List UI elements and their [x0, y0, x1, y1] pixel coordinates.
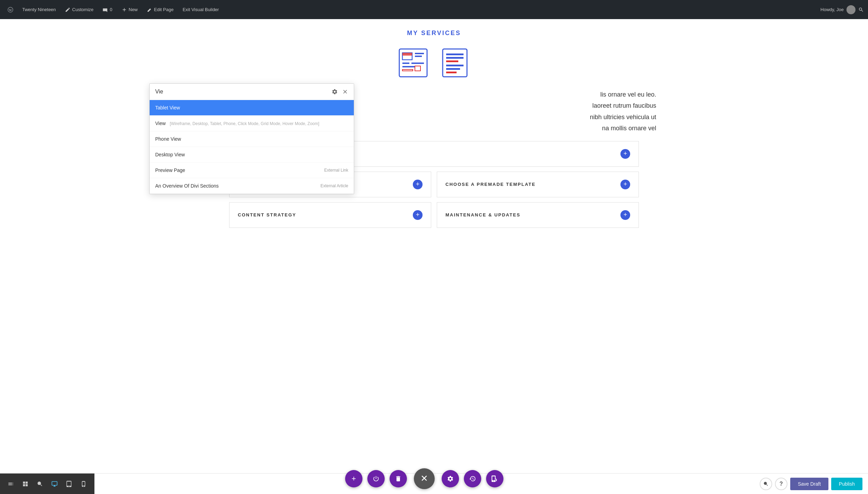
- dropdown-item-tablet-view[interactable]: Tablet View: [150, 100, 354, 116]
- comments-link[interactable]: 0: [99, 5, 116, 15]
- responsive-btn[interactable]: [486, 470, 503, 487]
- dropdown-item-label: An Overview Of Divi Sections: [155, 183, 219, 189]
- add-content-btn[interactable]: +: [345, 470, 362, 487]
- dropdown-item-view[interactable]: View [Wireframe, Desktop, Tablet, Phone,…: [150, 116, 354, 131]
- dropdown-header: Vie: [150, 84, 354, 100]
- accordion-plus-content[interactable]: +: [413, 210, 423, 220]
- section-title: MY SERVICES: [0, 19, 868, 40]
- exit-vb-link[interactable]: Exit Visual Builder: [179, 5, 223, 14]
- search-icon[interactable]: [858, 7, 864, 13]
- accordion-plus-icon[interactable]: +: [620, 149, 630, 159]
- new-link[interactable]: New: [118, 5, 141, 15]
- svg-rect-9: [402, 66, 415, 67]
- svg-rect-10: [402, 69, 413, 71]
- admin-bar: W Twenty Nineteen Customize 0 New Edit P…: [0, 0, 868, 19]
- svg-rect-7: [402, 63, 409, 64]
- close-main-btn[interactable]: ✕: [414, 468, 435, 489]
- toolbar-left: [0, 474, 94, 494]
- accordion-premade[interactable]: CHOOSE A PREMADE TEMPLATE +: [437, 172, 639, 197]
- svg-rect-13: [446, 53, 464, 55]
- admin-bar-right: Howdy, Joe: [820, 5, 864, 14]
- body-text-right: lis ornare vel eu leo. laoreet rutrum fa…: [434, 89, 656, 134]
- power-btn[interactable]: [367, 470, 385, 487]
- dropdown-header-icons: [332, 89, 348, 95]
- bottom-toolbar: + LEARN MORE » ✕ LEA: [0, 473, 868, 494]
- svg-text:W: W: [9, 8, 12, 12]
- dropdown-item-label: Desktop View: [155, 152, 185, 157]
- modules-icon-btn[interactable]: [4, 477, 17, 491]
- dropdown-item-label: View [Wireframe, Desktop, Tablet, Phone,…: [155, 121, 319, 126]
- dropdown-item-right-overview: External Article: [320, 183, 348, 188]
- svg-rect-15: [446, 60, 458, 62]
- svg-rect-11: [415, 66, 420, 71]
- svg-rect-8: [411, 63, 424, 64]
- dropdown-item-overview[interactable]: An Overview Of Divi Sections External Ar…: [150, 178, 354, 194]
- history-btn[interactable]: [464, 470, 481, 487]
- tablet-view-icon-btn[interactable]: [62, 477, 76, 491]
- dropdown-item-preview-page[interactable]: Preview Page External Link: [150, 163, 354, 178]
- avatar[interactable]: [846, 5, 856, 14]
- accordion-plus-maintenance[interactable]: +: [620, 210, 630, 220]
- dropdown-item-right-preview: External Link: [324, 168, 348, 173]
- document-icon-2: [439, 47, 470, 79]
- customize-link[interactable]: Customize: [61, 5, 97, 15]
- site-name-link[interactable]: Twenty Nineteen: [19, 5, 59, 14]
- toolbar-right: ? Save Draft Publish: [754, 478, 868, 490]
- settings-btn[interactable]: [442, 470, 459, 487]
- dropdown-item-phone-view[interactable]: Phone View: [150, 131, 354, 147]
- toolbar-search-icon[interactable]: [760, 478, 772, 490]
- accordion-maintenance[interactable]: MAINTENANCE & UPDATES +: [437, 202, 639, 228]
- page-content: MY SERVICES N: [0, 19, 868, 494]
- dropdown-item-label: Phone View: [155, 136, 181, 142]
- document-icon-1: [398, 47, 429, 79]
- dropdown-item-label: Preview Page: [155, 167, 185, 173]
- view-dropdown: Vie Tablet View View [Wireframe, Desktop…: [149, 83, 354, 194]
- search-icon-btn[interactable]: [33, 477, 47, 491]
- svg-rect-14: [446, 57, 464, 59]
- delete-btn[interactable]: [390, 470, 407, 487]
- wp-logo-btn[interactable]: W: [4, 5, 17, 15]
- dropdown-title: Vie: [155, 89, 163, 95]
- toolbar-help-icon[interactable]: ?: [775, 478, 787, 490]
- settings-icon[interactable]: [332, 89, 338, 95]
- dropdown-item-label: Tablet View: [155, 105, 180, 110]
- toolbar-center: + LEARN MORE » ✕ LEA: [94, 468, 754, 494]
- icons-row: [0, 40, 868, 89]
- phone-view-icon-btn[interactable]: [77, 477, 90, 491]
- dropdown-items: Tablet View View [Wireframe, Desktop, Ta…: [150, 100, 354, 194]
- svg-rect-6: [415, 56, 422, 57]
- svg-rect-5: [415, 53, 424, 54]
- edit-page-link[interactable]: Edit Page: [143, 5, 177, 15]
- svg-rect-18: [446, 72, 457, 73]
- svg-rect-4: [402, 53, 412, 56]
- accordion-plus-premade[interactable]: +: [620, 180, 630, 189]
- close-icon[interactable]: [342, 89, 348, 95]
- publish-button[interactable]: Publish: [831, 478, 862, 490]
- dropdown-item-desktop-view[interactable]: Desktop View: [150, 147, 354, 163]
- accordion-plus-branding[interactable]: +: [413, 180, 423, 189]
- svg-rect-17: [446, 68, 460, 70]
- desktop-view-icon-btn[interactable]: [48, 477, 61, 491]
- accordion-content[interactable]: CONTENT STRATEGY +: [229, 202, 431, 228]
- svg-rect-16: [446, 65, 464, 66]
- sections-icon-btn[interactable]: [19, 477, 32, 491]
- save-draft-button[interactable]: Save Draft: [790, 478, 828, 490]
